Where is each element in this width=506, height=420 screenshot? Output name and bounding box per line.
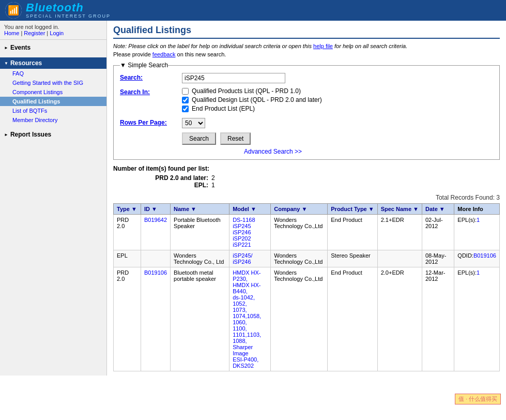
row3-id-link[interactable]: B019106 [144,269,167,276]
epl-count: 1 [211,182,215,189]
rows-per-page-label[interactable]: Rows Per Page: [120,118,182,126]
row2-model: iSP245/ iSP246 [229,250,271,267]
row1-name: Portable Bluetooth Speaker [171,215,229,250]
search-fieldset: ▼ Simple Search Search: Search In: [113,62,500,160]
row2-spec-name [377,250,422,267]
table-row: PRD 2.0 B019106 Bluetooth metal portable… [114,267,500,371]
sidebar-item-qualified-listings[interactable]: Qualified Listings [0,97,106,106]
th-type[interactable]: Type ▼ [114,204,141,215]
checkbox-qpl: Qualified Products List (QPL - PRD 1.0) [182,87,493,95]
reset-button[interactable]: Reset [220,132,251,145]
row2-more-info: QDID:B019106 [454,250,500,267]
table-row: PRD 2.0 B019642 Portable Bluetooth Speak… [114,215,500,250]
user-status: You are not logged in. Home | Register |… [0,21,106,40]
advanced-search-link[interactable]: Advanced Search >> [244,148,302,155]
table-head: Type ▼ ID ▼ Name ▼ Model ▼ Company ▼ Pro… [114,204,500,215]
table-row: EPL Wonders Technology Co., Ltd iSP245/ … [114,250,500,267]
sidebar-item-member-directory[interactable]: Member Directory [0,115,106,125]
checkbox-qpl-label[interactable]: Qualified Products List (QPL - PRD 1.0) [192,87,301,95]
th-model[interactable]: Model ▼ [229,204,271,215]
search-input[interactable] [182,73,285,83]
row1-id-link[interactable]: B019642 [144,217,167,223]
prd-label: PRD 2.0 and later: [113,174,211,182]
search-in-label[interactable]: Search In: [120,87,182,96]
main-content: Qualified Listings Note: Please click on… [107,21,506,376]
logo-text: Bluetooth [26,2,111,14]
th-company[interactable]: Company ▼ [271,204,328,215]
prd-count: 2 [211,174,215,182]
th-name[interactable]: Name ▼ [171,204,229,215]
search-controls [182,73,493,83]
sidebar: You are not logged in. Home | Register |… [0,21,107,376]
search-button[interactable]: Search [182,132,216,145]
login-link[interactable]: Login [50,30,64,36]
row3-id: B019106 [141,267,171,371]
row2-product-type: Stereo Speaker [328,250,377,267]
th-id[interactable]: ID ▼ [141,204,171,215]
results-summary-title: Number of item(s) found per list: [113,165,500,172]
content-wrapper: You are not logged in. Home | Register |… [0,21,506,376]
help-file-link[interactable]: help file [313,43,333,49]
search-buttons: Search Reset [182,132,493,145]
checkbox-epl: End Product List (EPL) [182,105,493,112]
row1-id: B019642 [141,215,171,250]
row2-id [141,250,171,267]
register-link[interactable]: Register [24,30,45,36]
row2-name: Wonders Technology Co., Ltd [171,250,229,267]
checkbox-qdl-input[interactable] [182,97,189,103]
advanced-search-container: Advanced Search >> [182,148,493,155]
rows-per-page-row: Rows Per Page: 10 25 50 100 [120,118,493,128]
home-link[interactable]: Home [4,30,19,36]
events-arrow: ► [4,46,8,50]
sidebar-section-events: ► Events [0,40,106,55]
sidebar-report-issues[interactable]: ► Report Issues [0,129,106,140]
checkbox-epl-label[interactable]: End Product List (EPL) [192,105,255,112]
row3-type: PRD 2.0 [114,267,141,371]
th-more-info: More Info [454,204,500,215]
feedback-link[interactable]: feedback [152,51,176,57]
sidebar-section-resources: ▼ Resources FAQ Getting Started with the… [0,55,106,127]
logo: 📶 Bluetooth SPECIAL INTEREST GROUP [5,2,111,19]
rows-per-page-select[interactable]: 10 25 50 100 [182,118,205,128]
resources-label: Resources [10,59,42,67]
row1-product-type: End Product [328,215,377,250]
logo-icon: 📶 [5,2,22,19]
row3-company: Wonders Technology Co.,Ltd [271,267,328,371]
search-in-row: Search In: Qualified Products List (QPL … [120,87,493,114]
row2-date: 08-May-2012 [422,250,454,267]
epl-count-row: EPL: 1 [113,182,500,189]
note-line2: Please provide feedback on this new sear… [113,51,500,57]
search-label[interactable]: Search: [120,73,182,81]
sidebar-item-bqtfs[interactable]: List of BQTFs [0,106,106,115]
row1-type: PRD 2.0 [114,215,141,250]
sidebar-events[interactable]: ► Events [0,42,106,53]
resources-arrow: ▼ [4,61,8,66]
row1-company: Wonders Technology Co.,Ltd [271,215,328,250]
row3-spec-name: 2.0+EDR [377,267,422,371]
row3-model: HMDX HX-P230, HMDX HX-B440, ds-1042, 105… [229,267,271,371]
checkbox-qdl-label[interactable]: Qualified Design List (QDL - PRD 2.0 and… [192,96,322,103]
th-spec-name[interactable]: Spec Name ▼ [377,204,422,215]
row3-date: 12-Mar-2012 [422,267,454,371]
row1-spec-name: 2.1+EDR [377,215,422,250]
sidebar-item-component-listings[interactable]: Component Listings [0,87,106,97]
th-date[interactable]: Date ▼ [422,204,454,215]
row1-more-info: EPL(s):1 [454,215,500,250]
checkbox-epl-input[interactable] [182,106,189,112]
sidebar-section-report: ► Report Issues [0,127,106,142]
checkbox-qpl-input[interactable] [182,88,189,95]
sidebar-resources[interactable]: ▼ Resources [0,57,106,69]
row1-model: DS-1168 iSP245 iSP246 iSP202 iSP221 [229,215,271,250]
search-fieldset-legend: ▼ Simple Search [120,62,168,69]
search-in-controls: Qualified Products List (QPL - PRD 1.0) … [182,87,493,114]
sidebar-item-faq[interactable]: FAQ [0,69,106,78]
table-body: PRD 2.0 B019642 Portable Bluetooth Speak… [114,215,500,371]
header: 📶 Bluetooth SPECIAL INTEREST GROUP [0,0,506,21]
th-product-type[interactable]: Product Type ▼ [328,204,377,215]
row2-company: Wonders Technology Co.,Ltd [271,250,328,267]
results-table: Type ▼ ID ▼ Name ▼ Model ▼ Company ▼ Pro… [113,203,500,371]
search-row: Search: [120,73,493,83]
sidebar-item-getting-started[interactable]: Getting Started with the SIG [0,78,106,87]
prd-count-row: PRD 2.0 and later: 2 [113,174,500,182]
events-label: Events [10,44,30,51]
